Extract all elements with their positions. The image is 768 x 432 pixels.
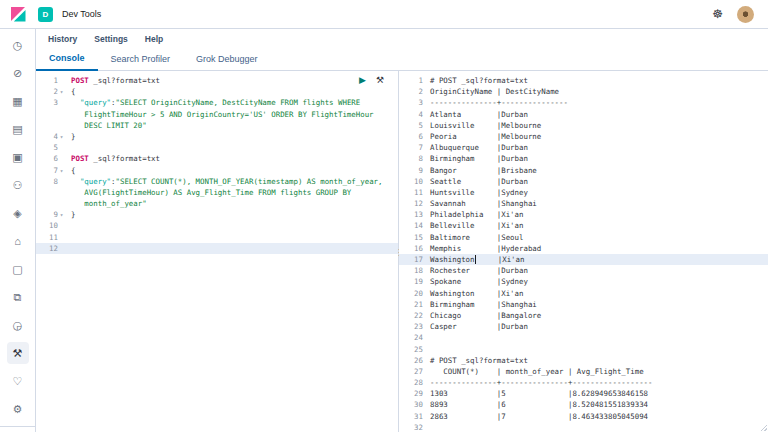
code-text[interactable]: Bangor |Brisbane	[423, 165, 537, 176]
editor-line[interactable]: month_of_year"	[36, 198, 398, 209]
code-text[interactable]: 8893 |6 |8.520481551839334	[423, 399, 648, 410]
discover-icon[interactable]: ⊘	[7, 62, 29, 84]
code-text[interactable]: Chicago |Bangalore	[423, 310, 541, 321]
code-text[interactable]: ---------------+---------------	[423, 97, 568, 108]
output-line[interactable]: 25	[399, 344, 768, 355]
recently-viewed-icon[interactable]: ◷	[7, 34, 29, 56]
apm-icon[interactable]: ⧉	[7, 286, 29, 308]
tab-search-profiler[interactable]: Search Profiler	[98, 54, 184, 70]
code-text[interactable]: # POST _sql?format=txt	[423, 355, 528, 366]
code-text[interactable]: Rochester |Durban	[423, 265, 528, 276]
output-line[interactable]: 1# POST _sql?format=txt	[399, 75, 768, 86]
code-text[interactable]: 2863 |7 |8.463433805045094	[423, 411, 648, 422]
code-text[interactable]: Washington |Xi'an	[423, 288, 523, 299]
code-text[interactable]	[65, 220, 71, 231]
output-line[interactable]: 4Atlanta |Durban	[399, 109, 768, 120]
output-line[interactable]: 312863 |7 |8.463433805045094	[399, 411, 768, 422]
output-line[interactable]: 18Rochester |Durban	[399, 265, 768, 276]
management-icon[interactable]: ⚙	[7, 398, 29, 420]
code-text[interactable]: COUNT(*) | month_of_year | Avg_Flight_Ti…	[423, 366, 644, 377]
code-text[interactable]: }	[65, 209, 75, 220]
editor-line[interactable]: DESC LIMIT 20"	[36, 120, 398, 131]
output-line[interactable]: 21Birmingham |Shanghai	[399, 299, 768, 310]
editor-line[interactable]: 4▾}	[36, 131, 398, 142]
code-text[interactable]: OriginCityName | DestCityName	[423, 86, 559, 97]
editor-line[interactable]: 12	[36, 243, 398, 254]
code-text[interactable]: Seattle |Durban	[423, 176, 528, 187]
editor-line[interactable]: 11	[36, 232, 398, 243]
code-text[interactable]: Albuquerque |Durban	[423, 142, 528, 153]
output-line[interactable]: 14Belleville |Xi'an	[399, 220, 768, 231]
fold-toggle-icon[interactable]: ▾	[58, 209, 65, 220]
code-text[interactable]: Baltimore |Seoul	[423, 232, 523, 243]
fold-toggle-icon[interactable]: ▾	[58, 165, 65, 176]
output-line[interactable]: 6Peoria |Melbourne	[399, 131, 768, 142]
code-text[interactable]: POST _sql?format=txt	[65, 75, 160, 86]
editor-line[interactable]: FlightTimeHour > 5 AND OriginCountry='US…	[36, 109, 398, 120]
output-line[interactable]: 27 COUNT(*) | month_of_year | Avg_Flight…	[399, 366, 768, 377]
code-text[interactable]	[65, 142, 71, 153]
code-text[interactable]: 1303 |5 |8.628949653846158	[423, 388, 648, 399]
code-text[interactable]: {	[65, 86, 75, 97]
code-text[interactable]	[65, 232, 71, 243]
tab-console[interactable]: Console	[36, 53, 98, 71]
code-text[interactable]: # POST _sql?format=txt	[423, 75, 528, 86]
code-text[interactable]: DESC LIMIT 20"	[65, 120, 147, 131]
code-text[interactable]: Spokane |Sydney	[423, 276, 528, 287]
send-request-button-icon[interactable]: ▶	[359, 76, 366, 85]
editor-line[interactable]: AVG(FlightTimeHour) AS Avg_Flight_Time F…	[36, 187, 398, 198]
editor-line[interactable]: 1POST _sql?format=txt	[36, 75, 398, 86]
output-line[interactable]: 15Baltimore |Seoul	[399, 232, 768, 243]
user-avatar[interactable]	[737, 6, 754, 23]
menu-item-history[interactable]: History	[48, 34, 77, 44]
code-text[interactable]: Louisville |Melbourne	[423, 120, 541, 131]
stack-monitoring-icon[interactable]: ♡	[7, 370, 29, 392]
menu-item-settings[interactable]: Settings	[94, 34, 128, 44]
machine-learning-icon[interactable]: ⚇	[7, 174, 29, 196]
code-text[interactable]: AVG(FlightTimeHour) AS Avg_Flight_Time F…	[65, 187, 351, 198]
output-line[interactable]: 8Birmingham |Durban	[399, 153, 768, 164]
code-text[interactable]: Savannah |Shanghai	[423, 198, 537, 209]
output-line[interactable]: 7Albuquerque |Durban	[399, 142, 768, 153]
help-icon[interactable]: ☸	[712, 8, 723, 20]
output-line[interactable]: 13Philadelphia |Xi'an	[399, 209, 768, 220]
code-text[interactable]	[65, 243, 71, 254]
code-text[interactable]: Atlanta |Durban	[423, 109, 528, 120]
output-line[interactable]: 308893 |6 |8.520481551839334	[399, 399, 768, 410]
output-line[interactable]: 3---------------+---------------	[399, 97, 768, 108]
output-line[interactable]: 20Washington |Xi'an	[399, 288, 768, 299]
code-text[interactable]	[423, 422, 430, 432]
code-text[interactable]: Philadelphia |Xi'an	[423, 209, 523, 220]
fold-toggle-icon[interactable]: ▾	[58, 131, 65, 142]
kibana-logo-button[interactable]	[0, 7, 36, 22]
visualize-icon[interactable]: ▦	[7, 90, 29, 112]
output-line[interactable]: 11Huntsville |Sydney	[399, 187, 768, 198]
output-line[interactable]: 32	[399, 422, 768, 432]
output-line[interactable]: 24	[399, 332, 768, 343]
output-line[interactable]: 2OriginCityName | DestCityName	[399, 86, 768, 97]
dashboard-icon[interactable]: ▤	[7, 118, 29, 140]
output-line[interactable]: 28---------------+---------------+------…	[399, 377, 768, 388]
code-text[interactable]: "query":"SELECT COUNT(*), MONTH_OF_YEAR(…	[65, 176, 383, 187]
code-text[interactable]: ---------------+---------------+--------…	[423, 377, 652, 388]
console-output[interactable]: 1# POST _sql?format=txt2OriginCityName |…	[399, 71, 768, 432]
editor-line[interactable]: 8 "query":"SELECT COUNT(*), MONTH_OF_YEA…	[36, 176, 398, 187]
code-text[interactable]: }	[65, 131, 75, 142]
code-text[interactable]: Huntsville |Sydney	[423, 187, 528, 198]
code-text[interactable]: month_of_year"	[65, 198, 147, 209]
uptime-icon[interactable]: ◶	[7, 314, 29, 336]
editor-line[interactable]: 5	[36, 142, 398, 153]
infrastructure-icon[interactable]: ⌂	[7, 230, 29, 252]
code-text[interactable]: Peoria |Melbourne	[423, 131, 541, 142]
output-line[interactable]: 23Casper |Durban	[399, 321, 768, 332]
output-line[interactable]: 26# POST _sql?format=txt	[399, 355, 768, 366]
code-text[interactable]: Birmingham |Shanghai	[423, 299, 537, 310]
output-line[interactable]: 10Seattle |Durban	[399, 176, 768, 187]
editor-line[interactable]: 10	[36, 220, 398, 231]
output-line[interactable]: 19Spokane |Sydney	[399, 276, 768, 287]
code-text[interactable]: Birmingham |Durban	[423, 153, 528, 164]
menu-item-help[interactable]: Help	[145, 34, 163, 44]
code-text[interactable]: Belleville |Xi'an	[423, 220, 523, 231]
code-text[interactable]: POST _sql?format=txt	[65, 153, 160, 164]
output-line[interactable]: 9Bangor |Brisbane	[399, 165, 768, 176]
